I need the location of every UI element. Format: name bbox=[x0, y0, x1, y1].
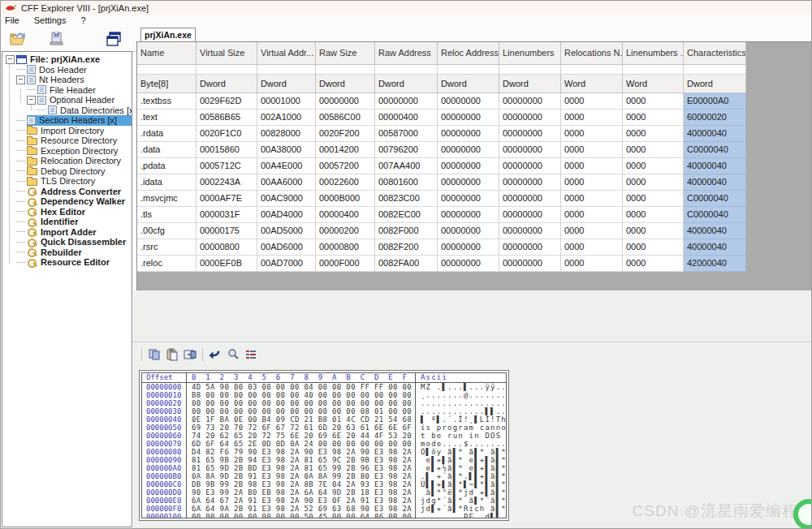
tree-item-address-converter[interactable]: Address Converter bbox=[2, 187, 132, 197]
table-cell[interactable]: 00000800 bbox=[316, 239, 375, 256]
copy-button[interactable] bbox=[145, 347, 163, 362]
table-cell[interactable]: 0002243A bbox=[197, 174, 257, 191]
table-cell[interactable]: 00000000 bbox=[499, 174, 561, 191]
table-cell[interactable]: 0000 bbox=[561, 126, 623, 142]
table-cell[interactable]: Byte[8] bbox=[137, 75, 197, 93]
table-cell[interactable]: 00014200 bbox=[316, 142, 375, 158]
table-cell[interactable]: Dword bbox=[257, 75, 316, 93]
table-cell[interactable]: 00000000 bbox=[499, 110, 561, 126]
table-cell[interactable]: 00A38000 bbox=[257, 142, 316, 158]
table-cell[interactable]: 0020F1C0 bbox=[197, 126, 257, 142]
tab-prjxian-exe[interactable]: prjXiAn.exe bbox=[140, 28, 196, 41]
open-file-button[interactable] bbox=[8, 29, 28, 49]
hex-bytes[interactable]: 90 E3 99 2A B0 EB 98 2A 6A 64 9D 2B 18 E… bbox=[187, 488, 416, 497]
hex-bytes[interactable]: DB 9B 99 2B 98 E3 98 2A 8B 7E 04 2A 93 E… bbox=[187, 480, 416, 488]
hex-ascii[interactable]: Ô▌öy ã▌* ã▌* ã▌* bbox=[416, 448, 506, 456]
hex-row-00000060[interactable]: 0000006074 20 62 65 20 72 75 6E 20 69 6E… bbox=[142, 432, 506, 440]
table-cell[interactable]: 00057200 bbox=[316, 158, 375, 174]
table-cell[interactable]: 42000040 bbox=[684, 256, 746, 272]
table-cell[interactable]: 0000 bbox=[561, 158, 623, 174]
table-cell[interactable]: Dword bbox=[438, 75, 499, 93]
table-cell[interactable] bbox=[684, 65, 746, 75]
table-cell[interactable]: 00000000 bbox=[499, 191, 561, 207]
hex-bytes[interactable]: 00 00 00 00 00 00 00 00 00 00 00 00 00 0… bbox=[187, 399, 416, 407]
table-cell[interactable]: 00000400 bbox=[316, 207, 375, 223]
hex-row-000000D0[interactable]: 000000D090 E3 99 2A B0 EB 98 2A 6A 64 9D… bbox=[142, 488, 506, 497]
tree-item-optional-header[interactable]: −Optional Header bbox=[2, 95, 132, 105]
table-cell[interactable] bbox=[375, 65, 438, 75]
hex-row-00000020[interactable]: 0000002000 00 00 00 00 00 00 00 00 00 00… bbox=[142, 399, 506, 407]
table-cell[interactable]: 0000F000 bbox=[316, 256, 375, 272]
tree-item-tls-directory[interactable]: TLS Directory bbox=[2, 176, 132, 187]
tree-item-exception-directory[interactable]: Exception Directory bbox=[2, 146, 132, 157]
hex-row-00000010[interactable]: 00000010B8 00 00 00 00 00 00 00 40 00 00… bbox=[142, 391, 506, 399]
table-cell[interactable]: 0000 bbox=[623, 207, 684, 223]
table-cell[interactable]: 0082F200 bbox=[375, 239, 438, 256]
hex-row-00000090[interactable]: 0000009081 65 9B 2B 94 E3 98 2A 81 65 9C… bbox=[142, 456, 506, 464]
table-cell[interactable]: 00000000 bbox=[499, 93, 561, 110]
table-cell[interactable]: 00000000 bbox=[375, 93, 438, 110]
hex-ascii[interactable]: Û▌▌+▌ã▌*▌~▌*▌ã▌* bbox=[416, 480, 506, 488]
table-cell[interactable]: 00022600 bbox=[316, 174, 375, 191]
hex-row-00000080[interactable]: 00000080D4 82 F6 79 90 E3 98 2A 90 E3 98… bbox=[142, 448, 506, 456]
collapse-expander-icon[interactable]: − bbox=[6, 55, 15, 64]
table-cell[interactable]: .msvcjmc bbox=[137, 191, 197, 207]
hex-bytes[interactable]: 6D 6F 64 65 2E 0D 0D 0A 24 00 00 00 00 0… bbox=[187, 440, 416, 448]
table-cell[interactable]: 007AA400 bbox=[375, 158, 438, 174]
hex-row-000000B0[interactable]: 000000B00A 8A 9D 2B 91 E3 98 2A 0A 8A 99… bbox=[142, 472, 506, 480]
tree-item-import-adder[interactable]: Import Adder bbox=[2, 227, 132, 238]
hex-row-00000100[interactable]: 0000010000 00 00 00 00 00 00 00 50 45 00… bbox=[142, 513, 506, 518]
tree-item-section-headers-x[interactable]: Section Headers [x] bbox=[2, 115, 132, 126]
table-cell[interactable]: 0000031F bbox=[197, 207, 257, 223]
table-cell[interactable]: 00000400 bbox=[375, 110, 438, 126]
table-cell[interactable]: 00000000 bbox=[438, 223, 499, 239]
column-header-virtual-addr[interactable]: Virtual Addr... bbox=[257, 42, 316, 65]
hex-bytes[interactable]: 00 00 00 00 00 00 00 00 00 00 00 00 08 0… bbox=[187, 407, 416, 415]
column-header-name[interactable]: Name bbox=[137, 42, 197, 65]
menu-item-help[interactable]: ? bbox=[73, 15, 93, 25]
table-cell[interactable]: .idata bbox=[137, 174, 197, 191]
table-cell[interactable] bbox=[623, 65, 684, 75]
menu-item-file[interactable]: File bbox=[1, 15, 27, 25]
table-cell[interactable]: 0000 bbox=[561, 239, 623, 256]
search-button[interactable] bbox=[224, 347, 242, 362]
hex-row-00000070[interactable]: 000000706D 6F 64 65 2E 0D 0D 0A 24 00 00… bbox=[142, 440, 506, 448]
table-cell[interactable]: 40000040 bbox=[684, 239, 746, 256]
table-cell[interactable]: .text bbox=[137, 110, 197, 126]
table-cell[interactable]: 00000000 bbox=[438, 126, 499, 142]
table-cell[interactable] bbox=[499, 65, 561, 75]
table-cell[interactable]: .textbss bbox=[137, 93, 197, 110]
table-cell[interactable]: 0020F200 bbox=[316, 126, 375, 142]
hex-ascii[interactable]: mode....$....... bbox=[416, 440, 506, 448]
hex-ascii[interactable]: .▌ +´ã▌*.▌▌+▌ã▌* bbox=[416, 472, 506, 480]
table-cell[interactable]: 0000 bbox=[623, 110, 684, 126]
table-cell[interactable]: 0000 bbox=[561, 207, 623, 223]
table-cell[interactable]: 0000 bbox=[623, 174, 684, 191]
table-cell[interactable]: Dword bbox=[499, 75, 561, 93]
table-cell[interactable]: 00828000 bbox=[257, 126, 316, 142]
collapse-expander-icon[interactable]: − bbox=[27, 96, 36, 105]
table-cell[interactable]: 0000B000 bbox=[316, 191, 375, 207]
hex-bytes[interactable]: 81 65 9D 2B BD E3 98 2A 81 65 99 2B 96 E… bbox=[187, 464, 416, 472]
paste-button[interactable] bbox=[163, 347, 181, 362]
hex-ascii[interactable]: e▌+▌ã▌* e▌+▌ã▌* bbox=[416, 456, 506, 464]
hex-bytes[interactable]: 4D 5A 90 00 03 00 00 00 04 00 00 00 FF F… bbox=[187, 383, 416, 391]
table-cell[interactable]: Dword bbox=[197, 75, 257, 93]
table-cell[interactable]: 00000000 bbox=[499, 158, 561, 174]
hex-ascii[interactable]: ........PE..d▌▌. bbox=[416, 513, 506, 518]
column-header-raw-size[interactable]: Raw Size bbox=[316, 42, 375, 65]
column-header-linenumbers[interactable]: Linenumbers bbox=[499, 42, 561, 65]
hex-bytes[interactable]: 81 65 9B 2B 94 E3 98 2A 81 65 9C 2B 9B E… bbox=[187, 456, 416, 464]
tree-item-file-header[interactable]: File Header bbox=[2, 85, 132, 96]
table-cell[interactable]: 00000175 bbox=[197, 223, 257, 239]
hex-ascii[interactable]: ................ bbox=[416, 399, 506, 407]
table-cell[interactable]: 0000 bbox=[623, 223, 684, 239]
hex-bytes[interactable]: 0E 1F BA 0E 00 B4 09 CD 21 B8 01 4C CD 2… bbox=[187, 415, 416, 424]
column-header-virtual-size[interactable]: Virtual Size bbox=[197, 42, 257, 65]
column-header-raw-address[interactable]: Raw Address bbox=[375, 42, 438, 65]
table-cell[interactable]: 00A4E000 bbox=[257, 158, 316, 174]
table-cell[interactable]: C0000040 bbox=[684, 207, 746, 223]
table-cell[interactable]: 0000 bbox=[561, 174, 623, 191]
tree-item-relocation-directory[interactable]: Relocation Directory bbox=[2, 156, 132, 166]
table-cell[interactable]: C0000040 bbox=[684, 191, 746, 207]
